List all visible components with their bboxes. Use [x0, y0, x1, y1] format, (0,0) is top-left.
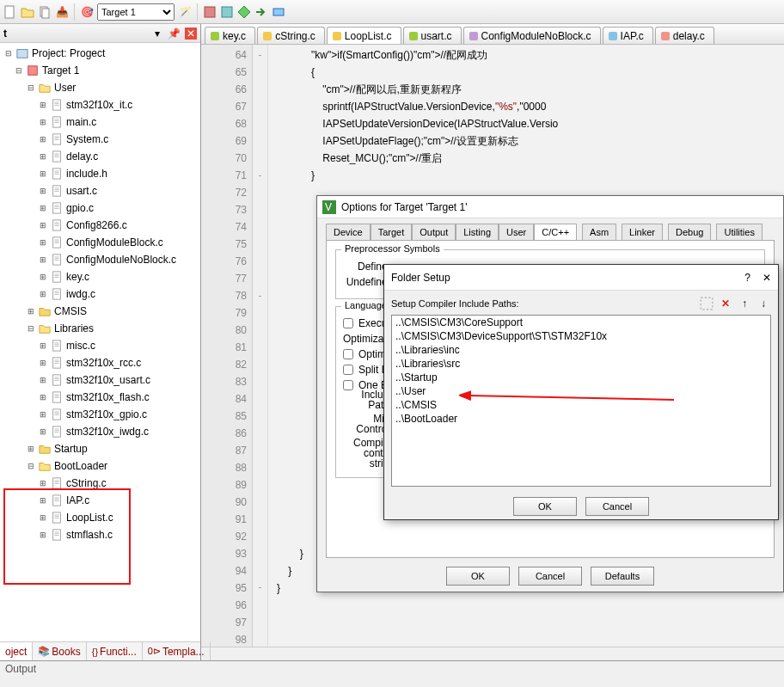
- file-stm32f10x_iwdg.c[interactable]: ⊞stm32f10x_iwdg.c: [0, 423, 200, 440]
- teal-sq-icon[interactable]: [220, 5, 234, 19]
- tab-functions[interactable]: {}Functi...: [87, 642, 143, 660]
- pin-icon[interactable]: 📌: [168, 28, 181, 40]
- file-stm32f10x_gpio.c[interactable]: ⊞stm32f10x_gpio.c: [0, 406, 200, 423]
- file-stm32f10x_flash.c[interactable]: ⊞stm32f10x_flash.c: [0, 389, 200, 406]
- move-up-icon[interactable]: ↑: [737, 296, 752, 311]
- include-path-item[interactable]: ..\Libraries\inc: [392, 343, 770, 357]
- file-stm32f10x_usart.c[interactable]: ⊞stm32f10x_usart.c: [0, 371, 200, 389]
- help-icon[interactable]: ?: [744, 272, 750, 284]
- include-path-item[interactable]: ..\CMSIS\CM3\CoreSupport: [392, 316, 770, 329]
- move-down-icon[interactable]: ↓: [756, 296, 771, 311]
- tab-project[interactable]: oject: [0, 642, 33, 660]
- file-ConfigModuleNoBlock.c[interactable]: ⊞ConfigModuleNoBlock.c: [0, 251, 200, 268]
- horizontal-scrollbar[interactable]: [201, 647, 784, 660]
- include-path-item[interactable]: ..\Libraries\src: [392, 357, 770, 371]
- green-arrow-icon[interactable]: [254, 5, 268, 19]
- red-sq-icon[interactable]: [203, 5, 217, 19]
- file-Config8266.c[interactable]: ⊞Config8266.c: [0, 217, 200, 234]
- include-path-item[interactable]: ..\Startup: [392, 371, 770, 384]
- svg-rect-90: [54, 516, 58, 517]
- options-tab-Utilities[interactable]: Utilities: [716, 224, 762, 240]
- file-iwdg.c[interactable]: ⊞iwdg.c: [0, 285, 200, 303]
- options-tab-Output[interactable]: Output: [412, 224, 456, 240]
- target-node[interactable]: ⊟Target 1: [0, 62, 200, 79]
- options-defaults-button[interactable]: Defaults: [591, 567, 654, 586]
- file-IAP.c[interactable]: ⊞IAP.c: [0, 492, 200, 509]
- file-tab-IAP.c[interactable]: IAP.c: [603, 27, 653, 44]
- options-tab-Target[interactable]: Target: [371, 224, 413, 240]
- file-icon[interactable]: [3, 5, 17, 19]
- file-tab-key.c[interactable]: key.c: [205, 27, 255, 44]
- dropdown-icon[interactable]: ▾: [151, 28, 163, 40]
- file-stmflash.c[interactable]: ⊞stmflash.c: [0, 526, 200, 543]
- folder-cancel-button[interactable]: Cancel: [585, 497, 649, 516]
- file-stm32f10x_rcc.c[interactable]: ⊞stm32f10x_rcc.c: [0, 354, 200, 371]
- file-tab-ConfigModuleNoBlock.c[interactable]: ConfigModuleNoBlock.c: [463, 27, 601, 44]
- include-path-item[interactable]: ..\CMSIS\CM3\DeviceSupport\ST\STM32F10x: [392, 329, 770, 343]
- green-diamond-icon[interactable]: [237, 5, 251, 19]
- folder-bootloader[interactable]: ⊟BootLoader: [0, 457, 200, 475]
- tab-templates[interactable]: 0⊳Templa...: [143, 642, 211, 660]
- close-icon[interactable]: ✕: [763, 272, 771, 284]
- file-usart.c[interactable]: ⊞usart.c: [0, 182, 200, 199]
- blue-box-icon[interactable]: [272, 5, 285, 19]
- optim-checkbox[interactable]: [343, 349, 353, 359]
- file-LoopList.c[interactable]: ⊞LoopList.c: [0, 509, 200, 526]
- load-icon[interactable]: 📥: [55, 5, 69, 19]
- options-tab-Listing[interactable]: Listing: [456, 224, 499, 240]
- options-dialog-title[interactable]: V Options for Target 'Target 1': [317, 196, 783, 218]
- file-misc.c[interactable]: ⊞misc.c: [0, 337, 200, 354]
- project-root[interactable]: ⊟Project: Progect: [0, 45, 200, 62]
- folder-startup[interactable]: ⊞Startup: [0, 440, 200, 457]
- svg-rect-26: [54, 172, 58, 173]
- file-tab-usart.c[interactable]: usart.c: [403, 27, 462, 44]
- svg-rect-75: [54, 414, 58, 415]
- svg-rect-15: [54, 122, 58, 123]
- include-path-item[interactable]: ..\BootLoader: [392, 412, 770, 426]
- options-ok-button[interactable]: OK: [446, 567, 510, 586]
- options-cancel-button[interactable]: Cancel: [518, 567, 582, 586]
- folder-libraries[interactable]: ⊟Libraries: [0, 320, 200, 337]
- onee-checkbox[interactable]: [343, 380, 353, 390]
- file-delay.c[interactable]: ⊞delay.c: [0, 148, 200, 165]
- file-tab-cString.c[interactable]: cString.c: [257, 27, 325, 44]
- magic-icon[interactable]: 🪄: [178, 5, 192, 19]
- options-tab-Linker[interactable]: Linker: [622, 224, 663, 240]
- include-path-item[interactable]: ..\User: [392, 384, 770, 398]
- file-cString.c[interactable]: ⊞cString.c: [0, 475, 200, 492]
- include-path-item[interactable]: ..\CMSIS: [392, 398, 770, 412]
- new-path-icon[interactable]: [699, 296, 714, 311]
- file-stm32f10x_it.c[interactable]: ⊞stm32f10x_it.c: [0, 96, 200, 113]
- file-key.c[interactable]: ⊞key.c: [0, 268, 200, 285]
- project-tree[interactable]: ⊟Project: Progect⊟Target 1⊟User⊞stm32f10…: [0, 43, 200, 641]
- file-System.c[interactable]: ⊞System.c: [0, 131, 200, 148]
- options-tab-User[interactable]: User: [499, 224, 534, 240]
- files-icon[interactable]: [38, 5, 52, 19]
- include-paths-list[interactable]: ..\CMSIS\CM3\CoreSupport..\CMSIS\CM3\Dev…: [391, 315, 771, 487]
- file-main.c[interactable]: ⊞main.c: [0, 113, 200, 131]
- file-tab-LoopList.c[interactable]: LoopList.c: [327, 27, 401, 44]
- close-icon[interactable]: ✕: [185, 28, 197, 40]
- options-tab-C/C++[interactable]: C/C++: [534, 224, 577, 240]
- folder-dialog-title[interactable]: Folder Setup ? ✕: [384, 265, 778, 291]
- folder-ok-button[interactable]: OK: [513, 497, 577, 516]
- options-tab-Device[interactable]: Device: [326, 224, 371, 240]
- svg-rect-85: [54, 498, 58, 499]
- folder-user[interactable]: ⊟User: [0, 79, 200, 96]
- target-dropdown[interactable]: Target 1: [97, 3, 175, 21]
- folder-cmsis[interactable]: ⊞CMSIS: [0, 303, 200, 320]
- file-gpio.c[interactable]: ⊞gpio.c: [0, 199, 200, 217]
- options-tab-Asm[interactable]: Asm: [582, 224, 616, 240]
- split-checkbox[interactable]: [343, 365, 353, 375]
- tab-books[interactable]: 📚Books: [33, 642, 86, 660]
- file-ConfigModuleBlock.c[interactable]: ⊞ConfigModuleBlock.c: [0, 234, 200, 251]
- options-tab-Debug[interactable]: Debug: [668, 224, 711, 240]
- svg-rect-94: [54, 533, 58, 534]
- file-include.h[interactable]: ⊞include.h: [0, 165, 200, 182]
- delete-path-icon[interactable]: ✕: [718, 296, 733, 311]
- folder-icon[interactable]: [21, 5, 34, 19]
- build-target-icon[interactable]: 🎯: [80, 5, 94, 19]
- exec-checkbox[interactable]: [343, 318, 353, 328]
- file-tab-delay.c[interactable]: delay.c: [655, 27, 714, 44]
- fold-gutter[interactable]: ----: [253, 45, 268, 647]
